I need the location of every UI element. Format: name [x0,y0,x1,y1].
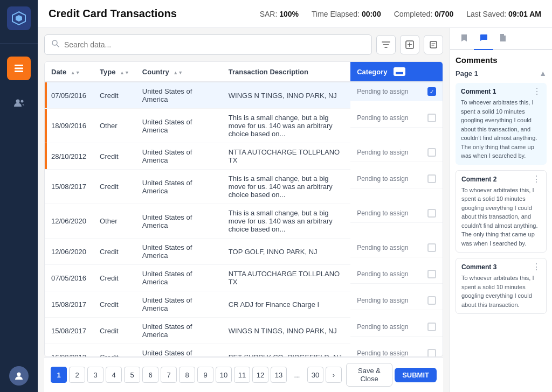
cell-type: Credit [93,291,136,318]
sidebar-item-tasks[interactable] [7,57,31,80]
cell-country: United States of America [136,170,222,204]
svg-line-7 [57,45,59,47]
row-checkbox[interactable] [427,349,436,358]
search-input-wrap[interactable] [44,34,372,55]
cell-category: Pending to assign [350,170,443,188]
filter-button[interactable] [376,35,396,54]
status-badge: Pending to assign [357,209,408,217]
status-badge: Pending to assign [357,244,408,251]
comment-text: To whoever arbitrates this, I spent a so… [461,274,541,309]
comment-item: Comment 2 ⋮ To whoever arbitrates this, … [456,170,547,253]
search-input[interactable] [64,40,365,49]
page-btn-1[interactable]: 1 [51,367,67,383]
page-btn-13[interactable]: 13 [271,367,287,383]
page-btn-next[interactable]: › [326,367,342,383]
cell-category: Pending to assign [350,344,443,358]
row-checkbox[interactable] [427,148,436,157]
page-btn-5[interactable]: 5 [124,367,140,383]
cell-description: CR ADJ for Finance Charge I [222,291,350,318]
page-btn-4[interactable]: 4 [106,367,122,383]
cell-type: Credit [93,344,136,358]
row-checkbox[interactable] [427,270,436,278]
cell-country: United States of America [136,204,222,239]
saved-stat: Last Saved: 09:01 AM [466,10,541,18]
cell-description: NTTA AUTOCHARGE TOLLPLANO TX [222,143,350,170]
svg-point-4 [21,100,24,103]
table-row[interactable]: 18/09/2016 Other United States of Americ… [45,109,443,143]
sar-stat: SAR: 100% [260,10,299,18]
comment-header: Comment 2 ⋮ [461,175,541,184]
page-btn-2[interactable]: 2 [69,367,85,383]
table-row[interactable]: 07/05/2016 Credit United States of Ameri… [45,82,443,109]
export-button[interactable] [424,35,443,54]
tab-bookmark[interactable] [454,28,474,50]
comment-item: Comment 1 ⋮ To whoever arbitrates this, … [456,83,547,165]
avatar[interactable] [9,366,29,386]
comment-menu-button[interactable]: ⋮ [532,175,541,184]
cell-type: Credit [93,143,136,170]
cell-description: WINGS N TINGS, INNO PARK, NJ [222,82,350,109]
cell-type: Credit [93,82,136,109]
cell-date: 15/08/2017 [51,300,86,309]
page-btn-7[interactable]: 7 [161,367,177,383]
submit-button[interactable]: SUBMIT [395,368,437,382]
sidebar-bottom [9,366,29,386]
page-btn-3[interactable]: 3 [87,367,104,383]
row-checkbox[interactable] [427,323,436,331]
status-badge: Pending to assign [357,175,408,183]
table-row[interactable]: 16/08/2013 Credit United States of Ameri… [45,344,443,358]
status-badge: Pending to assign [357,114,408,122]
row-checkbox[interactable] [427,174,436,183]
tab-comments[interactable] [474,28,493,50]
header: Credit Card Transactions SAR: 100% Time … [38,0,552,28]
header-stats: SAR: 100% Time Elapsed: 00:00 Completed:… [260,10,541,18]
cell-type: Credit [93,170,136,204]
table-row[interactable]: 12/06/2020 Credit United States of Ameri… [45,239,443,265]
cell-category: Pending to assign [350,291,443,310]
add-button[interactable] [400,35,419,54]
page-label: Page 1 [456,69,478,78]
sidebar-item-users[interactable] [7,91,31,115]
row-checkbox[interactable] [427,209,436,218]
col-country: Country ▲▼ [136,62,222,82]
row-checkbox[interactable] [427,296,436,305]
table-row[interactable]: 15/08/2017 Credit United States of Ameri… [45,318,443,344]
cell-country: United States of America [136,109,222,143]
time-label: Time Elapsed: [312,10,360,18]
row-checkbox[interactable]: ✓ [427,87,436,96]
comments-title: Comments [456,55,547,65]
page-btn-9[interactable]: 9 [197,367,213,383]
completed-stat: Completed: 0/700 [394,10,454,18]
page-btn-11[interactable]: 11 [234,367,250,383]
pagination: 1 2 3 4 5 6 7 8 9 10 11 12 13 ... 30 › S… [44,357,443,392]
cell-category: Pending to assign [350,239,443,257]
page-btn-8[interactable]: 8 [179,367,195,383]
cell-category: Pending to assign [350,265,443,284]
comment-text: To whoever arbitrates this, I spent a so… [461,98,541,160]
search-bar [44,34,443,55]
cell-date: 15/08/2017 [51,327,86,335]
table-row[interactable]: 12/06/2020 Other United States of Americ… [45,204,443,239]
row-checkbox[interactable] [427,114,436,122]
cell-type: Credit [93,265,136,291]
comment-header: Comment 1 ⋮ [461,87,541,96]
table-area: Date ▲▼ Type ▲▼ Country ▲▼ Transaction D… [38,28,450,392]
table-row[interactable]: 15/08/2017 Credit United States of Ameri… [45,291,443,318]
comment-menu-button[interactable]: ⋮ [532,263,541,271]
table-row[interactable]: 07/05/2016 Credit United States of Ameri… [45,265,443,291]
table-row[interactable]: 28/10/2012 Credit United States of Ameri… [45,143,443,170]
svg-rect-0 [15,65,23,66]
tab-doc[interactable] [493,28,513,50]
table-row[interactable]: 15/08/2017 Credit United States of Ameri… [45,170,443,204]
save-close-button[interactable]: Save & Close [346,363,392,387]
page-btn-30[interactable]: 30 [307,367,323,383]
page-btn-12[interactable]: 12 [252,367,268,383]
comment-menu-button[interactable]: ⋮ [533,87,541,96]
page-btn-10[interactable]: 10 [216,367,232,383]
row-checkbox[interactable] [427,243,436,252]
page-btn-6[interactable]: 6 [142,367,158,383]
cell-date: 28/10/2012 [51,152,86,160]
cell-date: 15/08/2017 [51,183,86,191]
comment-title: Comment 1 [461,88,496,95]
collapse-button[interactable]: ▲ [539,69,547,78]
